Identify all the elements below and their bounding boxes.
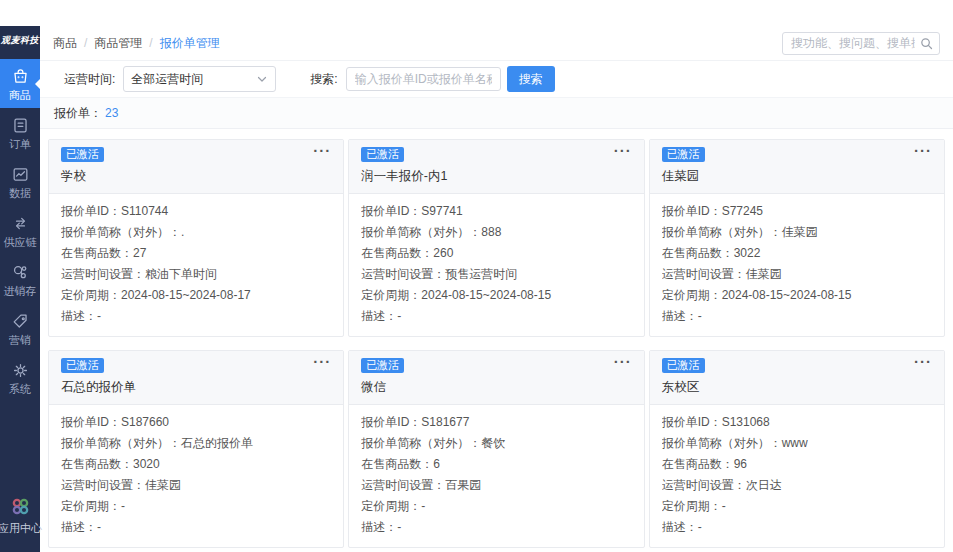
quote-field: 运营时间设置：佳菜园 [662, 264, 932, 285]
quote-field: 定价周期：- [662, 496, 932, 517]
field-value: 粮油下单时间 [145, 267, 217, 281]
quote-card-body: 报价单ID：S181677报价单简称（对外）：餐饮在售商品数：6运营时间设置：百… [349, 405, 643, 547]
quote-search-input[interactable] [346, 67, 501, 91]
field-value: 3022 [734, 246, 761, 260]
quote-card-header: 已激活···佳菜园 [650, 140, 944, 194]
quote-count: 23 [105, 106, 118, 120]
status-badge: 已激活 [361, 358, 404, 373]
field-value: - [698, 309, 702, 323]
field-value: S77245 [722, 204, 763, 218]
field-value: 佳菜园 [782, 225, 818, 239]
sidebar-item-app-center[interactable]: 应用中心 [0, 496, 42, 536]
quote-field: 定价周期：2024-08-15~2024-08-15 [361, 285, 631, 306]
quote-field: 运营时间设置：次日达 [662, 475, 932, 496]
quote-title: 东校区 [662, 379, 932, 396]
quote-field: 报价单ID：S77245 [662, 201, 932, 222]
field-value: 27 [133, 246, 146, 260]
field-label: 描述： [662, 309, 698, 323]
quote-field: 在售商品数：260 [361, 243, 631, 264]
field-value: - [421, 499, 425, 513]
quote-card-body: 报价单ID：S77245报价单简称（对外）：佳菜园在售商品数：3022运营时间设… [650, 194, 944, 336]
field-label: 描述： [61, 309, 97, 323]
sidebar-item-supply-chain[interactable]: 供应链 [0, 206, 40, 255]
quote-field: 描述：- [662, 306, 932, 327]
content: 商品 / 商品管理 / 报价单管理 运营时间: 全部运营时间 搜索: [40, 26, 953, 552]
sidebar-item-goods[interactable]: 商品 [0, 59, 40, 108]
field-value: 888 [481, 225, 501, 239]
breadcrumb-item-quote-manage: 报价单管理 [160, 35, 220, 52]
global-search-input[interactable] [782, 32, 940, 55]
quote-card: 已激活···石总的报价单报价单ID：S187660报价单简称（对外）：石总的报价… [48, 350, 344, 548]
field-label: 报价单简称（对外）： [361, 436, 481, 450]
app-frame: 观麦科技 商品订单数据供应链进销存营销系统 应用中心 商品 / 商品管理 / 报… [0, 26, 953, 552]
field-value: S110744 [121, 204, 168, 218]
quote-card-header: 已激活···润一丰报价-内1 [349, 140, 643, 194]
more-actions-icon[interactable]: ··· [614, 142, 632, 159]
app-center-label: 应用中心 [0, 521, 42, 536]
quote-field: 描述：- [61, 306, 331, 327]
app-center-icon [10, 496, 31, 519]
quote-field: 报价单简称（对外）：. [61, 222, 331, 243]
sidebar-item-label: 数据 [9, 187, 31, 199]
filter-bar: 运营时间: 全部运营时间 搜索: 搜索 [40, 60, 953, 97]
sidebar-item-label: 进销存 [4, 285, 37, 297]
quote-field: 报价单简称（对外）：佳菜园 [662, 222, 932, 243]
chevron-down-icon [256, 73, 268, 85]
quote-field: 在售商品数：27 [61, 243, 331, 264]
more-actions-icon[interactable]: ··· [313, 353, 331, 370]
more-actions-icon[interactable]: ··· [914, 353, 932, 370]
field-label: 描述： [61, 520, 97, 534]
field-label: 描述： [662, 520, 698, 534]
breadcrumb-item-goods-manage[interactable]: 商品管理 [94, 35, 142, 52]
field-value: S131068 [722, 415, 770, 429]
sidebar-item-label: 供应链 [4, 236, 37, 248]
quote-field: 报价单ID：S97741 [361, 201, 631, 222]
inventory-icon [11, 263, 30, 282]
status-badge: 已激活 [61, 358, 104, 373]
field-value: S97741 [421, 204, 462, 218]
field-value: - [722, 499, 726, 513]
field-label: 定价周期： [361, 288, 421, 302]
quote-field: 描述：- [361, 306, 631, 327]
global-search [782, 32, 940, 55]
gear-icon [11, 361, 30, 380]
status-badge: 已激活 [662, 358, 705, 373]
field-value: 餐饮 [481, 436, 505, 450]
more-actions-icon[interactable]: ··· [313, 142, 331, 159]
quote-card: 已激活···佳菜园报价单ID：S77245报价单简称（对外）：佳菜园在售商品数：… [649, 139, 945, 337]
quote-field: 运营时间设置：佳菜园 [61, 475, 331, 496]
sidebar-item-orders[interactable]: 订单 [0, 108, 40, 157]
search-filter-label: 搜索: [310, 71, 337, 88]
sidebar-item-system[interactable]: 系统 [0, 353, 40, 402]
quote-field: 描述：- [61, 517, 331, 538]
field-value: - [698, 520, 702, 534]
quote-card-header: 已激活···微信 [349, 351, 643, 405]
quote-field: 报价单ID：S187660 [61, 412, 331, 433]
sidebar-item-marketing[interactable]: 营销 [0, 304, 40, 353]
quote-card-header: 已激活···学校 [49, 140, 343, 194]
sidebar-item-data[interactable]: 数据 [0, 157, 40, 206]
quote-title: 学校 [61, 168, 331, 185]
quote-title: 石总的报价单 [61, 379, 331, 396]
quote-card-header: 已激活···东校区 [650, 351, 944, 405]
more-actions-icon[interactable]: ··· [614, 353, 632, 370]
breadcrumb-item-goods[interactable]: 商品 [53, 35, 77, 52]
field-label: 在售商品数： [662, 246, 734, 260]
status-badge: 已激活 [662, 147, 705, 162]
field-value: 预售运营时间 [445, 267, 517, 281]
summary-label: 报价单： [54, 105, 102, 122]
field-value: 百果园 [445, 478, 481, 492]
field-value: 260 [433, 246, 453, 260]
more-actions-icon[interactable]: ··· [914, 142, 932, 159]
time-filter-select[interactable]: 全部运营时间 [123, 66, 276, 92]
search-button[interactable]: 搜索 [507, 66, 555, 92]
time-filter-label: 运营时间: [64, 71, 115, 88]
field-label: 在售商品数： [61, 246, 133, 260]
field-label: 报价单简称（对外）： [662, 225, 782, 239]
sidebar-item-inventory[interactable]: 进销存 [0, 255, 40, 304]
quote-field: 报价单简称（对外）：888 [361, 222, 631, 243]
field-label: 定价周期： [361, 499, 421, 513]
field-value: 3020 [133, 457, 160, 471]
field-label: 描述： [361, 309, 397, 323]
field-label: 报价单简称（对外）： [361, 225, 481, 239]
